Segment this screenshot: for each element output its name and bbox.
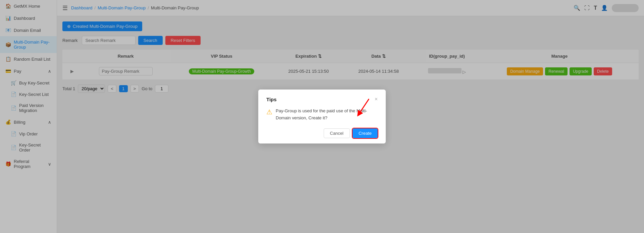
modal-header: Tips ×: [266, 96, 378, 102]
warning-icon: ⚠: [266, 108, 272, 116]
modal-body: ⚠ Pay-Group is used for the paid use of …: [266, 108, 378, 122]
create-button[interactable]: Create: [353, 128, 378, 138]
modal-overlay[interactable]: Tips × ⚠ Pay-Group is used for the paid …: [0, 0, 644, 233]
tips-modal: Tips × ⚠ Pay-Group is used for the paid …: [258, 90, 386, 143]
modal-message: Pay-Group is used for the paid use of th…: [276, 108, 378, 122]
modal-title: Tips: [266, 97, 277, 102]
cancel-button[interactable]: Cancel: [324, 128, 350, 138]
modal-close-button[interactable]: ×: [375, 96, 378, 102]
modal-footer: Cancel Create: [266, 128, 378, 138]
